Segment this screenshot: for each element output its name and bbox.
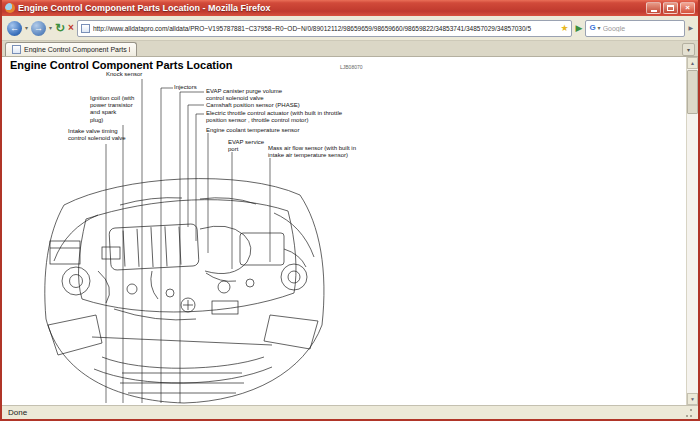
vertical-scrollbar[interactable]: ▲ ▼ [686, 57, 698, 405]
tab-bar: Engine Control Component Parts Loc... ▾ [2, 41, 698, 57]
minimize-button[interactable] [646, 2, 661, 14]
diagram-label-evap-service-port: EVAP service port [228, 139, 264, 153]
tab-favicon-icon [12, 45, 21, 54]
engine-drawing [45, 179, 324, 403]
url-text: http://www.alldatapro.com/alldata/PRO~V1… [93, 25, 557, 32]
window-controls: × [646, 2, 695, 14]
diagram-label-evap-canister-purge: EVAP canister purge volume control solen… [206, 88, 282, 102]
scroll-down-icon[interactable]: ▼ [687, 393, 698, 405]
close-button[interactable]: × [680, 2, 695, 14]
resize-grip[interactable] [683, 408, 692, 417]
back-dropdown[interactable]: ▾ [25, 25, 28, 31]
page-favicon-icon [81, 24, 90, 33]
diagram-label-injectors: Injectors [174, 84, 197, 91]
minimize-icon [651, 10, 657, 12]
tab-list-button[interactable]: ▾ [682, 43, 695, 56]
diagram-label-ignition-coil: Ignition coil (with power transistor and… [90, 95, 150, 124]
forward-icon: → [34, 24, 43, 33]
firefox-icon [5, 3, 15, 13]
status-bar: Done [2, 405, 698, 419]
tab-engine-control-parts[interactable]: Engine Control Component Parts Loc... [5, 42, 137, 56]
forward-dropdown[interactable]: ▾ [49, 25, 52, 31]
url-bar[interactable]: http://www.alldatapro.com/alldata/PRO~V1… [77, 20, 573, 37]
reload-button[interactable]: ↻ [55, 22, 65, 34]
go-button[interactable]: ▶ [575, 24, 582, 33]
google-logo-icon: G [589, 24, 595, 32]
navigation-toolbar: ← ▾ → ▾ ↻ × http://www.alldatapro.com/al… [2, 16, 698, 41]
firefox-window: Engine Control Component Parts Location … [0, 0, 700, 421]
scroll-up-icon[interactable]: ▲ [687, 57, 698, 69]
scrollbar-thumb[interactable] [687, 70, 698, 114]
toolbar-overflow-icon[interactable]: ▶ [688, 25, 693, 31]
title-bar: Engine Control Component Parts Location … [2, 0, 698, 16]
search-placeholder: Google [603, 25, 682, 32]
diagram-label-engine-coolant-temp: Engine coolant temperature sensor [206, 127, 299, 134]
search-engine-dropdown[interactable]: ▾ [598, 25, 601, 31]
stop-icon: × [68, 22, 74, 33]
diagram-label-mass-air-flow: Mass air flow sensor (with built in inta… [268, 145, 386, 159]
diagram-label-knock-sensor: Knock sensor [106, 71, 142, 78]
reload-icon: ↻ [55, 21, 65, 35]
bookmark-star-icon[interactable]: ★ [560, 24, 568, 33]
page-content: Engine Control Component Parts Location … [2, 57, 698, 405]
maximize-icon [667, 5, 674, 11]
stop-button[interactable]: × [68, 23, 74, 33]
back-icon: ← [10, 24, 19, 33]
status-text: Done [8, 408, 27, 417]
back-button[interactable]: ← [7, 21, 22, 36]
diagram-label-camshaft-position: Camshaft position sensor (PHASE) [206, 102, 300, 109]
window-title: Engine Control Component Parts Location … [18, 3, 643, 13]
close-icon: × [685, 4, 690, 12]
diagram-label-intake-valve-timing: Intake valve timing control solenoid val… [68, 128, 150, 142]
forward-button[interactable]: → [31, 21, 46, 36]
diagram-label-electric-throttle: Electric throttle control actuator (with… [206, 110, 384, 124]
search-box[interactable]: G ▾ Google [585, 20, 685, 37]
tab-label: Engine Control Component Parts Loc... [24, 46, 130, 53]
maximize-button[interactable] [663, 2, 678, 14]
